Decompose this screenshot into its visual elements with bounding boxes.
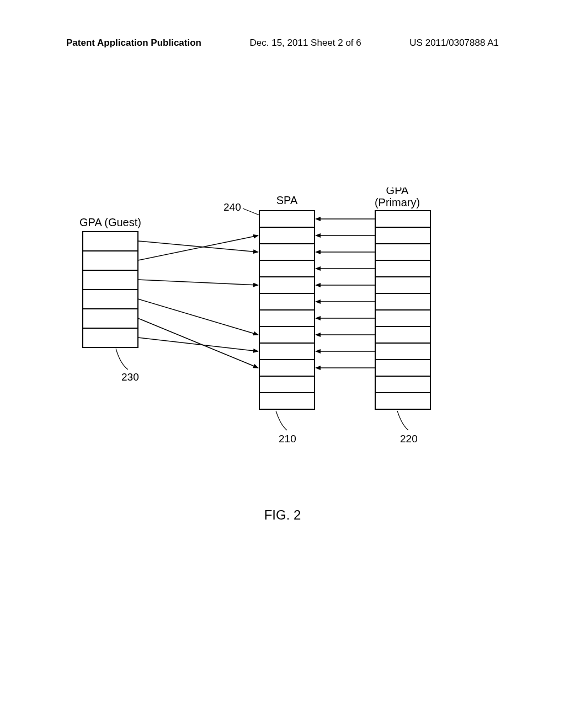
svg-rect-11	[259, 277, 315, 293]
callout-240: 240	[223, 201, 259, 215]
gpa-guest-label: GPA (Guest)	[79, 216, 141, 228]
svg-rect-22	[375, 260, 430, 277]
svg-rect-27	[375, 343, 430, 360]
figure-caption: FIG. 2	[0, 507, 565, 523]
svg-text:210: 210	[279, 433, 296, 445]
svg-rect-17	[259, 376, 315, 393]
svg-rect-4	[83, 290, 138, 309]
svg-rect-20	[375, 227, 430, 244]
svg-rect-2	[83, 251, 138, 270]
svg-rect-6	[83, 328, 138, 347]
svg-rect-13	[259, 310, 315, 326]
gpa-primary-label-line1: GPA	[386, 188, 409, 196]
gpa-primary-block	[375, 211, 430, 409]
callout-220: 220	[397, 411, 418, 445]
header-center: Dec. 15, 2011 Sheet 2 of 6	[250, 38, 361, 49]
svg-line-48	[243, 208, 259, 215]
svg-text:240: 240	[223, 201, 241, 213]
address-mapping-diagram: GPA (Guest) SPA GPA (Primary)	[0, 188, 565, 496]
svg-text:230: 230	[121, 371, 139, 383]
spa-label: SPA	[276, 194, 298, 206]
svg-line-33	[138, 280, 258, 285]
spa-block	[259, 211, 315, 409]
header-left: Patent Application Publication	[66, 38, 201, 49]
svg-line-31	[138, 241, 258, 252]
callout-210: 210	[276, 411, 296, 445]
svg-rect-14	[259, 326, 315, 343]
gpa-guest-block	[83, 232, 138, 347]
svg-rect-1	[83, 232, 138, 251]
svg-line-36	[138, 338, 258, 351]
svg-rect-10	[259, 260, 315, 277]
svg-rect-12	[259, 293, 315, 310]
gpa-primary-label-line2: (Primary)	[375, 196, 420, 208]
svg-rect-24	[375, 293, 430, 310]
svg-rect-21	[375, 244, 430, 260]
svg-rect-7	[259, 211, 315, 227]
svg-rect-9	[259, 244, 315, 260]
primary-to-spa-edges	[316, 219, 375, 368]
callout-230: 230	[116, 349, 139, 383]
svg-line-32	[138, 235, 258, 260]
svg-rect-5	[83, 309, 138, 328]
svg-text:220: 220	[400, 433, 418, 445]
svg-rect-30	[375, 393, 430, 409]
svg-rect-23	[375, 277, 430, 293]
svg-rect-25	[375, 310, 430, 326]
svg-rect-28	[375, 360, 430, 376]
svg-rect-15	[259, 343, 315, 360]
svg-line-35	[138, 318, 258, 368]
svg-rect-29	[375, 376, 430, 393]
header-right: US 2011/0307888 A1	[409, 38, 499, 49]
guest-to-spa-edges	[138, 235, 258, 368]
page-header: Patent Application Publication Dec. 15, …	[0, 38, 565, 49]
svg-rect-8	[259, 227, 315, 244]
svg-rect-3	[83, 270, 138, 290]
svg-line-34	[138, 299, 258, 335]
svg-rect-16	[259, 360, 315, 376]
svg-rect-18	[259, 393, 315, 409]
svg-rect-19	[375, 211, 430, 227]
svg-rect-26	[375, 326, 430, 343]
